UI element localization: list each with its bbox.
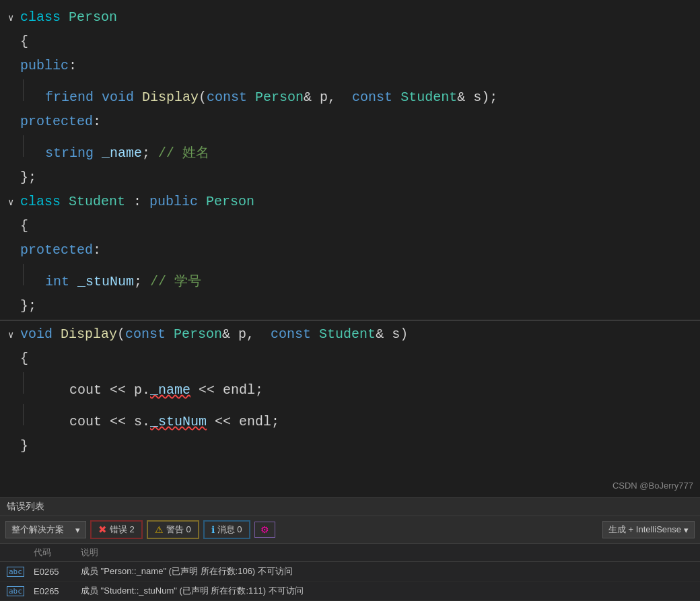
indent-guide4 xyxy=(23,372,24,394)
message-label: 消息 0 xyxy=(217,524,242,536)
indent-guide5 xyxy=(23,404,24,425)
name-underline: _name xyxy=(150,380,190,401)
line-string-name: string _name; // 姓名 xyxy=(8,134,700,166)
dropdown-arrow-icon: ▾ xyxy=(75,525,80,535)
row2-code: E0265 xyxy=(34,586,81,596)
error-panel: 错误列表 整个解决方案 ▾ ✖ 错误 2 ⚠ 警告 0 ℹ 消息 0 ⚙ 生成 … xyxy=(0,497,700,601)
line-void-display: ∨ void Display(const Person& p, const St… xyxy=(8,322,700,347)
row2-description: 成员 "Student::_stuNum" (已声明 所在行数:111) 不可访… xyxy=(81,585,693,597)
class-name-person: Person xyxy=(69,7,117,28)
line-closebrace1: }; xyxy=(8,166,700,190)
kw-class2: class xyxy=(20,191,69,213)
filter-icon: ⚙ xyxy=(260,524,269,535)
row1-description: 成员 "Person::_name" (已声明 所在行数:106) 不可访问 xyxy=(81,565,693,577)
error-toolbar: 整个解决方案 ▾ ✖ 错误 2 ⚠ 警告 0 ℹ 消息 0 ⚙ 生成 + Int… xyxy=(0,516,700,544)
line-int-stunum: int _stuNum; // 学号 xyxy=(8,262,700,294)
fold-arrow-person[interactable]: ∨ xyxy=(8,11,19,26)
row2-abc-icon: abc xyxy=(7,586,24,596)
header-description: 说明 xyxy=(81,546,693,559)
line-protected2: protected: xyxy=(8,238,700,262)
error-icon: ✖ xyxy=(98,524,107,536)
code-container: ∨ class Person { public: friend void Dis… xyxy=(0,5,700,318)
error-count-button[interactable]: ✖ 错误 2 xyxy=(90,520,143,539)
line-closebrace3: } xyxy=(8,434,700,458)
line-brace-open1: { xyxy=(8,30,700,54)
solution-label: 整个解决方案 xyxy=(11,524,64,536)
line-friend-display: friend void Display(const Person& p, con… xyxy=(8,78,700,110)
indent-guide3 xyxy=(23,264,24,285)
info-icon: ℹ xyxy=(211,524,215,535)
filter-button[interactable]: ⚙ xyxy=(254,522,275,538)
intellisense-label: 生成 + IntelliSense xyxy=(608,524,681,536)
error-row-2[interactable]: abc E0265 成员 "Student::_stuNum" (已声明 所在行… xyxy=(0,581,700,601)
intellisense-dropdown[interactable]: 生成 + IntelliSense ▾ xyxy=(602,521,695,538)
fold-arrow-student[interactable]: ∨ xyxy=(8,195,19,210)
stunum-underline: _stuNum xyxy=(150,411,207,433)
row1-code: E0265 xyxy=(34,567,81,577)
class-name-student: Student xyxy=(69,191,125,213)
line-class-person: ∨ class Person xyxy=(8,5,700,30)
message-count-button[interactable]: ℹ 消息 0 xyxy=(203,520,250,539)
header-empty xyxy=(7,546,34,559)
line-class-student: ∨ class Student : public Person xyxy=(8,190,700,214)
header-code: 代码 xyxy=(34,546,81,559)
line-brace-open3: { xyxy=(8,347,700,371)
intellisense-arrow-icon: ▾ xyxy=(684,525,689,535)
fold-arrow-display[interactable]: ∨ xyxy=(8,328,19,343)
warning-count-button[interactable]: ⚠ 警告 0 xyxy=(147,520,199,539)
row1-abc-icon: abc xyxy=(7,567,24,577)
error-table-header: 代码 说明 xyxy=(0,544,700,562)
func-code-container: ∨ void Display(const Person& p, const St… xyxy=(0,322,700,458)
error-panel-title: 错误列表 xyxy=(0,498,700,516)
row2-icon-cell: abc xyxy=(7,586,34,596)
row1-icon-cell: abc xyxy=(7,567,34,577)
line-closebrace2: }; xyxy=(8,294,700,318)
line-brace-open2: { xyxy=(8,214,700,238)
solution-dropdown[interactable]: 整个解决方案 ▾ xyxy=(5,521,86,538)
kw-class1: class xyxy=(20,7,69,28)
code-editor: ∨ class Person { public: friend void Dis… xyxy=(0,0,700,497)
indent-guide2 xyxy=(23,135,24,157)
line-cout2: cout << s._stuNum << endl; xyxy=(8,402,700,434)
section-divider xyxy=(0,320,700,321)
line-public: public: xyxy=(8,54,700,78)
error-row-1[interactable]: abc E0265 成员 "Person::_name" (已声明 所在行数:1… xyxy=(0,562,700,581)
indent-guide xyxy=(23,79,24,101)
line-cout1: cout << p._name << endl; xyxy=(8,371,700,402)
error-label: 错误 2 xyxy=(110,524,135,536)
warning-icon: ⚠ xyxy=(155,524,164,535)
warning-label: 警告 0 xyxy=(166,524,191,536)
line-protected1: protected: xyxy=(8,110,700,134)
watermark: CSDN @BoJerry777 xyxy=(612,481,693,491)
